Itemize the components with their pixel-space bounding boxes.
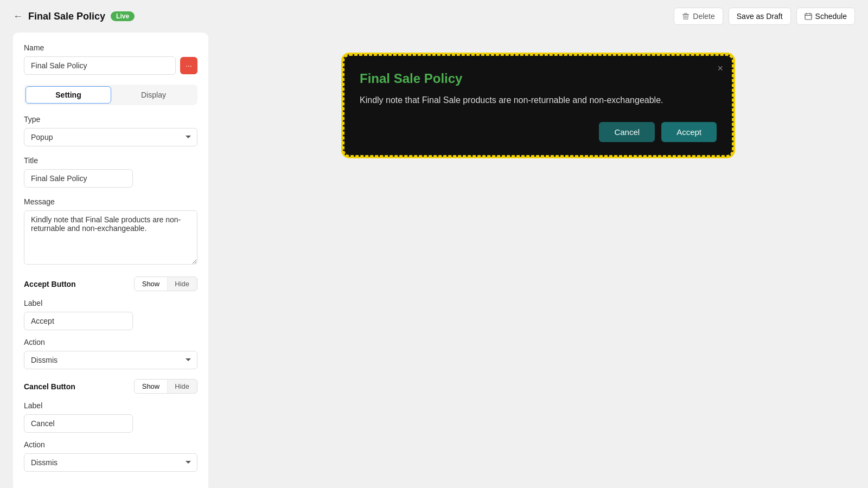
preview-area: × Final Sale Policy Kindly note that Fin…: [221, 33, 855, 488]
accept-label-field-label: Label: [24, 299, 197, 307]
accept-hide-button[interactable]: Hide: [167, 277, 197, 291]
cancel-action-select[interactable]: Dissmis Close Redirect: [24, 453, 197, 472]
delete-button[interactable]: Delete: [674, 8, 723, 25]
back-button[interactable]: ←: [13, 11, 23, 22]
message-label: Message: [24, 197, 197, 206]
accept-action-select[interactable]: Dissmis Close Redirect: [24, 351, 197, 369]
calendar-icon: [805, 12, 812, 20]
trash-icon: [682, 12, 690, 20]
cancel-section-header: Cancel Button Show Hide: [24, 379, 197, 394]
accept-button-group: Accept Button Show Hide Label Action Dis…: [24, 277, 197, 369]
cancel-label-input[interactable]: [24, 414, 133, 433]
tab-toggle: Setting Display: [24, 85, 197, 105]
name-field-group: Name ···: [24, 43, 197, 75]
sidebar-panel: Name ··· Setting Display Type Popup Bann…: [13, 33, 208, 488]
cancel-section-title: Cancel Button: [24, 382, 75, 391]
topbar: ← Final Sale Policy Live Delete Save as …: [0, 0, 868, 33]
page-title: Final Sale Policy: [28, 11, 105, 22]
accept-label-input[interactable]: [24, 312, 133, 330]
cancel-button-group: Cancel Button Show Hide Label Action Dis…: [24, 379, 197, 472]
topbar-left: ← Final Sale Policy Live: [13, 11, 135, 22]
accept-action-label: Action: [24, 338, 197, 346]
type-field-group: Type Popup Banner Drawer: [24, 115, 197, 146]
popup-preview-title: Final Sale Policy: [360, 71, 717, 86]
cancel-show-button[interactable]: Show: [135, 380, 168, 393]
delete-label: Delete: [693, 12, 714, 21]
popup-actions: Cancel Accept: [360, 122, 717, 142]
message-field-group: Message Kindly note that Final Sale prod…: [24, 197, 197, 267]
popup-preview: × Final Sale Policy Kindly note that Fin…: [343, 54, 733, 157]
tab-display[interactable]: Display: [111, 86, 196, 104]
popup-accept-button[interactable]: Accept: [661, 122, 717, 142]
topbar-right: Delete Save as Draft Schedule: [674, 8, 855, 25]
name-label: Name: [24, 43, 197, 52]
popup-cancel-button[interactable]: Cancel: [599, 122, 655, 142]
name-input-row: ···: [24, 56, 197, 75]
type-label: Type: [24, 115, 197, 124]
title-field-group: Title: [24, 156, 197, 188]
cancel-show-hide-toggle: Show Hide: [134, 379, 197, 394]
title-label: Title: [24, 156, 197, 165]
cancel-label-field-label: Label: [24, 401, 197, 410]
cancel-action-label: Action: [24, 440, 197, 449]
more-options-button[interactable]: ···: [180, 57, 197, 74]
tab-setting[interactable]: Setting: [25, 86, 111, 104]
accept-show-button[interactable]: Show: [135, 277, 168, 291]
main-content: Name ··· Setting Display Type Popup Bann…: [0, 33, 868, 488]
schedule-button[interactable]: Schedule: [796, 8, 855, 25]
popup-preview-message: Kindly note that Final Sale products are…: [360, 94, 717, 107]
message-textarea[interactable]: Kindly note that Final Sale products are…: [24, 210, 197, 265]
popup-close-button[interactable]: ×: [717, 63, 723, 73]
svg-rect-1: [684, 13, 687, 14]
accept-section-header: Accept Button Show Hide: [24, 277, 197, 291]
accept-section-title: Accept Button: [24, 280, 76, 288]
popup-preview-wrapper: × Final Sale Policy Kindly note that Fin…: [343, 54, 733, 157]
more-icon: ···: [186, 61, 192, 70]
type-select[interactable]: Popup Banner Drawer: [24, 128, 197, 146]
svg-rect-5: [805, 14, 812, 20]
cancel-hide-button[interactable]: Hide: [167, 380, 197, 393]
schedule-label: Schedule: [815, 12, 847, 21]
status-badge: Live: [111, 11, 135, 21]
name-input[interactable]: [24, 56, 176, 75]
accept-show-hide-toggle: Show Hide: [134, 277, 197, 291]
title-input[interactable]: [24, 169, 133, 188]
save-draft-button[interactable]: Save as Draft: [729, 8, 791, 25]
